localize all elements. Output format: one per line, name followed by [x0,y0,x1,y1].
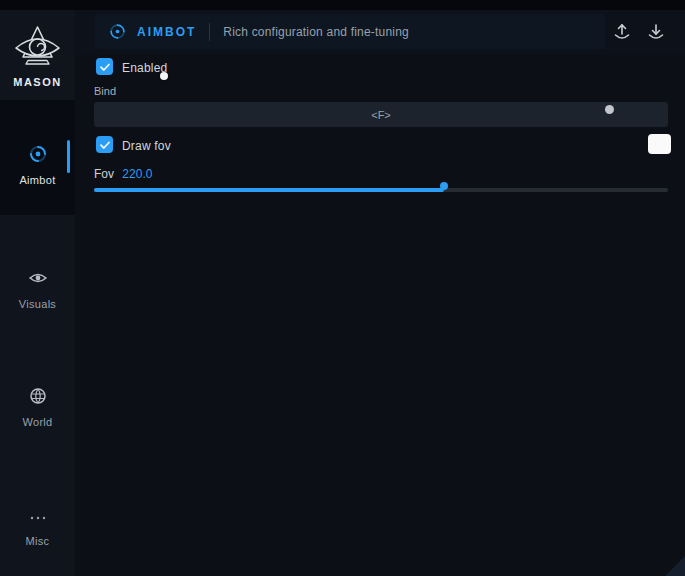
fov-color-swatch[interactable] [648,134,671,154]
sidebar-item-misc[interactable]: Misc [0,497,75,549]
mouse-cursor-dot [160,72,168,80]
sidebar-item-label: Visuals [19,298,56,310]
fov-label-row: Fov 220.0 [94,167,152,181]
draw-fov-label: Draw fov [122,139,171,153]
sidebar-item-visuals[interactable]: Visuals [0,260,75,312]
sidebar-item-aimbot[interactable]: Aimbot [0,100,75,215]
window-top-strip [0,0,685,10]
sidebar-item-label: Aimbot [19,174,55,186]
sidebar-item-label: Misc [26,535,50,547]
bind-indicator-dot [605,105,614,114]
download-icon [646,21,666,43]
fov-slider[interactable] [94,188,668,192]
fov-slider-fill [94,188,444,192]
enabled-checkbox[interactable] [96,58,113,75]
title-divider [209,23,210,41]
ellipsis-icon [28,505,48,525]
sidebar-item-label: World [22,416,52,428]
brand-name: MASON [0,76,75,88]
section-title-bar: AIMBOT Rich configuration and fine-tunin… [95,14,605,49]
page-title: AIMBOT [137,25,196,39]
resize-grip[interactable] [665,556,685,576]
bind-label: Bind [94,85,116,97]
mason-logo-icon [12,24,63,74]
eye-icon [28,268,48,288]
crosshair-icon [28,144,48,164]
download-config-button[interactable] [646,21,666,43]
fov-value: 220.0 [122,167,152,181]
bind-key-input[interactable]: <F> [94,102,668,127]
selected-indicator [67,140,70,173]
sidebar-item-world[interactable]: World [0,378,75,430]
check-icon [99,139,111,151]
globe-icon [28,386,48,406]
check-icon [99,61,111,73]
draw-fov-checkbox[interactable] [96,136,113,153]
fov-slider-thumb[interactable] [440,182,448,190]
crosshair-icon [109,23,126,40]
upload-config-button[interactable] [612,21,632,43]
upload-icon [612,21,632,43]
sidebar: MASON Aimbot Visuals [0,10,75,576]
fov-label: Fov [94,167,114,181]
page-subtitle: Rich configuration and fine-tuning [223,25,409,39]
